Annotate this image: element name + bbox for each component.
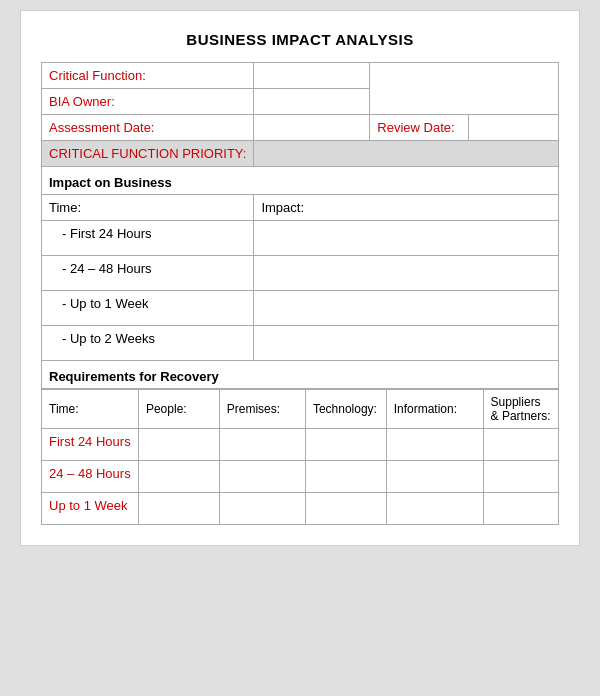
page: BUSINESS IMPACT ANALYSIS Critical Functi… [20,10,580,546]
review-date-value[interactable] [469,115,559,141]
recovery-row-1-time: 24 – 48 Hours [42,461,139,493]
recovery-row-1-information[interactable] [386,461,483,493]
bia-owner-row: BIA Owner: [42,89,559,115]
recovery-col-headers: Time: People: Premises: Technolo­gy: Inf… [42,390,559,429]
recovery-row-0-people[interactable] [138,429,219,461]
recovery-row-0-information[interactable] [386,429,483,461]
assessment-date-value[interactable] [254,115,370,141]
impact-time-0: - First 24 Hours [42,221,254,256]
recovery-row-2-time: Up to 1 Week [42,493,139,525]
bia-owner-label: BIA Owner: [42,89,254,115]
recovery-row-1: 24 – 48 Hours [42,461,559,493]
impact-row-0: - First 24 Hours [42,221,559,256]
critical-function-label: Critical Function: [42,63,254,89]
review-date-label: Review Date: [370,115,469,141]
critical-function-row: Critical Function: [42,63,559,89]
impact-value-0[interactable] [254,221,559,256]
recovery-row-0-premises[interactable] [219,429,305,461]
recovery-time-header: Time: [42,390,139,429]
recovery-row-1-people[interactable] [138,461,219,493]
impact-col-headers: Time: Impact: [42,195,559,221]
assessment-date-label: Assessment Date: [42,115,254,141]
impact-time-1: - 24 – 48 Hours [42,256,254,291]
recovery-row-1-suppliers[interactable] [483,461,558,493]
recovery-row-2: Up to 1 Week [42,493,559,525]
recovery-information-header: Information: [386,390,483,429]
impact-time-3: - Up to 2 Weeks [42,326,254,361]
priority-label: CRITICAL FUNCTION PRIORITY: [42,141,254,167]
recovery-technology-header: Technolo­gy: [305,390,386,429]
impact-heading: Impact on Business [42,167,559,195]
priority-value[interactable] [254,141,559,167]
impact-value-1[interactable] [254,256,559,291]
recovery-heading: Requirements for Recovery [42,361,559,389]
recovery-premises-header: Premises: [219,390,305,429]
recovery-row-2-people[interactable] [138,493,219,525]
impact-row-2: - Up to 1 Week [42,291,559,326]
impact-col-header: Impact: [254,195,559,221]
recovery-heading-row: Requirements for Recovery [42,361,559,389]
recovery-row-0: First 24 Hours [42,429,559,461]
page-title: BUSINESS IMPACT ANALYSIS [41,31,559,48]
impact-heading-row: Impact on Business [42,167,559,195]
impact-value-2[interactable] [254,291,559,326]
critical-function-value[interactable] [254,63,370,89]
recovery-row-2-technology[interactable] [305,493,386,525]
bia-owner-value[interactable] [254,89,370,115]
time-col-header: Time: [42,195,254,221]
impact-row-3: - Up to 2 Weeks [42,326,559,361]
impact-value-3[interactable] [254,326,559,361]
recovery-row-0-technology[interactable] [305,429,386,461]
priority-row: CRITICAL FUNCTION PRIORITY: [42,141,559,167]
recovery-row-2-information[interactable] [386,493,483,525]
recovery-row-2-premises[interactable] [219,493,305,525]
recovery-row-1-technology[interactable] [305,461,386,493]
recovery-people-header: People: [138,390,219,429]
recovery-row-2-suppliers[interactable] [483,493,558,525]
impact-time-2: - Up to 1 Week [42,291,254,326]
recovery-suppliers-header: Suppliers & Partners: [483,390,558,429]
dates-row: Assessment Date: Review Date: [42,115,559,141]
recovery-row-1-premises[interactable] [219,461,305,493]
recovery-row-0-suppliers[interactable] [483,429,558,461]
recovery-row-0-time: First 24 Hours [42,429,139,461]
impact-row-1: - 24 – 48 Hours [42,256,559,291]
